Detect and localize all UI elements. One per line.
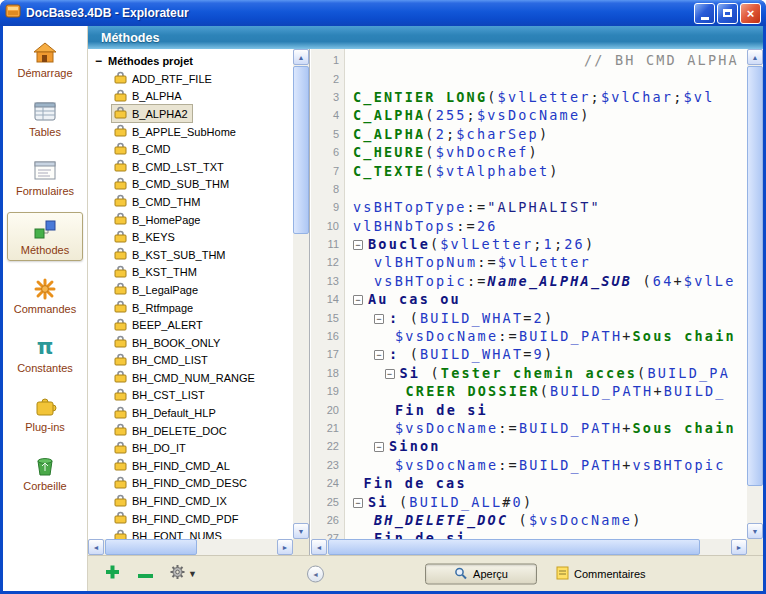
tree-item[interactable]: B_ALPHA [88,88,293,106]
tree-item[interactable]: B_Rtfmpage [88,299,293,317]
tree-item[interactable]: B_ALPHA2 [88,105,293,123]
code-line[interactable]: 17−: (BUILD_WHAT=9) [311,345,747,363]
code-line[interactable]: 23$vsDocName:=BUILD_PATH+vsBHTopic [311,456,747,474]
sidebar-item-formulaires[interactable]: Formulaires [7,153,83,202]
sidebar-item-tables[interactable]: Tables [7,94,83,143]
options-menu-button[interactable]: ▼ [170,564,197,583]
sidebar-item-demarrage[interactable]: Démarrage [7,35,83,84]
code-line[interactable]: 6C_HEURE($vhDocRef) [311,143,747,161]
code-line[interactable]: 14−Au cas ou [311,290,747,308]
tree-item[interactable]: B_LegalPage [88,281,293,299]
tree-item[interactable]: BH_FIND_CMD_DESC [88,475,293,493]
minimize-button[interactable] [694,3,715,24]
scroll-left-button[interactable]: ◄ [311,539,327,555]
scroll-right-button[interactable]: ► [731,539,747,555]
scroll-up-button[interactable]: ▲ [293,49,309,65]
scroll-right-button[interactable]: ► [277,539,293,555]
code-line[interactable]: 15−: (BUILD_WHAT=2) [311,308,747,326]
code-line[interactable]: 2 [311,69,747,87]
code-line[interactable]: 13vsBHTopic:=Name_ALPHA_SUB (64+$vlLe [311,272,747,290]
code-line[interactable]: 25−Si (BUILD_ALL#0) [311,492,747,510]
code-line[interactable]: 1// BH CMD ALPHA global procedure [311,51,747,69]
code-line[interactable]: 9vsBHTopType:="ALPHALIST" [311,198,747,216]
tree-item[interactable]: B_APPLE_SubHome [88,123,293,141]
maximize-button[interactable] [717,3,738,24]
code-line[interactable]: 19CREER DOSSIER(BUILD_PATH+BUILD_ [311,382,747,400]
code-line[interactable]: 10vlBHNbTops:=26 [311,217,747,235]
editor-vscroll-thumb[interactable] [747,66,763,486]
code-line[interactable]: 26BH_DELETE_DOC ($vsDocName) [311,511,747,529]
preview-toggle-button[interactable]: Aperçu [425,563,537,584]
tree-item[interactable]: B_HomePage [88,211,293,229]
code-area[interactable]: 1// BH CMD ALPHA global procedure23C_ENT… [311,49,747,539]
editor-hscroll-thumb[interactable] [328,539,700,555]
fold-collapse-icon[interactable]: − [374,350,384,360]
tree-vertical-scrollbar[interactable]: ▲ ▼ [293,49,309,539]
tree-vscroll-thumb[interactable] [293,66,309,234]
code-line[interactable]: 22−Sinon [311,437,747,455]
code-line[interactable]: 7C_TEXTE($vtAlphabet) [311,161,747,179]
editor-vertical-scrollbar[interactable]: ▲ ▼ [747,49,763,539]
sidebar-item-label: Corbeille [23,480,66,492]
tree-item[interactable]: B_KEYS [88,228,293,246]
code-line[interactable]: 4C_ALPHA(255;$vsDocName) [311,106,747,124]
tree-item[interactable]: BH_DO_IT [88,439,293,457]
sidebar-item-methodes[interactable]: Méthodes [7,212,83,261]
tree-item[interactable]: B_CMD_LST_TXT [88,158,293,176]
fold-collapse-icon[interactable]: − [353,240,363,250]
fold-collapse-icon[interactable]: − [353,498,363,508]
add-method-button[interactable] [105,564,120,583]
editor-horizontal-scrollbar[interactable]: ◄ ► [311,539,747,555]
back-button[interactable]: ◄ [307,565,324,582]
fold-collapse-icon[interactable]: − [385,369,395,379]
fold-collapse-icon[interactable]: − [353,295,363,305]
tree-root[interactable]: −Méthodes projet [88,52,293,70]
tree-item[interactable]: B_CMD_THM [88,193,293,211]
sidebar-item-commandes[interactable]: Commandes [7,271,83,320]
tree-item[interactable]: BH_Default_HLP [88,404,293,422]
tree-item[interactable]: BH_CMD_LIST [88,352,293,370]
scroll-left-button[interactable]: ◄ [88,539,104,555]
remove-method-button[interactable] [138,565,153,583]
tree-item[interactable]: BH_FIND_CMD_IX [88,492,293,510]
tree-item[interactable]: B_CMD_SUB_THM [88,176,293,194]
code-line[interactable]: 3C_ENTIER LONG($vlLetter;$vlChar;$vl [311,88,747,106]
scroll-down-button[interactable]: ▼ [293,523,309,539]
tree-item[interactable]: BEEP_ALERT [88,316,293,334]
tree-item[interactable]: ADD_RTF_FILE [88,70,293,88]
code-line[interactable]: 12vlBHTopNum:=$vlLetter [311,253,747,271]
code-line[interactable]: 27Fin de si [311,529,747,539]
tree-horizontal-scrollbar[interactable]: ◄ ► [88,539,293,555]
line-number: 3 [311,91,345,103]
code-line[interactable]: 18−Si (Tester chemin acces(BUILD_PA [311,364,747,382]
scroll-down-button[interactable]: ▼ [747,523,763,539]
tree-item[interactable]: BH_DELETE_DOC [88,422,293,440]
code-line[interactable]: 20Fin de si [311,400,747,418]
sidebar-item-corbeille[interactable]: Corbeille [7,448,83,497]
tree-item[interactable]: BH_FIND_CMD_PDF [88,510,293,528]
sidebar-item-constantes[interactable]: πConstantes [7,330,83,379]
tree-item[interactable]: B_CMD [88,140,293,158]
tree-item[interactable]: BH_FONT_NUMS [88,527,293,539]
tree-item[interactable]: BH_BOOK_ONLY [88,334,293,352]
tree-item[interactable]: B_KST_THM [88,264,293,282]
code-line[interactable]: 11−Boucle($vlLetter;1;26) [311,235,747,253]
code-line[interactable]: 8 [311,180,747,198]
tree-item[interactable]: B_KST_SUB_THM [88,246,293,264]
scroll-up-button[interactable]: ▲ [747,49,763,65]
fold-collapse-icon[interactable]: − [374,442,384,452]
code-line[interactable]: 5C_ALPHA(2;$charSep) [311,125,747,143]
fold-collapse-icon[interactable]: − [374,314,384,324]
tree-item[interactable]: BH_FIND_CMD_AL [88,457,293,475]
sidebar-item-plugins[interactable]: Plug-ins [7,389,83,438]
tree-item[interactable]: BH_CMD_NUM_RANGE [88,369,293,387]
method-icon [114,406,127,421]
code-line[interactable]: 24Fin de cas [311,474,747,492]
comments-button[interactable]: Commentaires [556,566,646,582]
tree-item[interactable]: BH_CST_LIST [88,387,293,405]
collapse-icon[interactable]: − [95,54,103,68]
close-button[interactable]: × [740,3,761,24]
code-line[interactable]: 21$vsDocName:=BUILD_PATH+Sous chain [311,419,747,437]
code-line[interactable]: 16$vsDocName:=BUILD_PATH+Sous chain [311,327,747,345]
tree-hscroll-thumb[interactable] [105,539,197,555]
